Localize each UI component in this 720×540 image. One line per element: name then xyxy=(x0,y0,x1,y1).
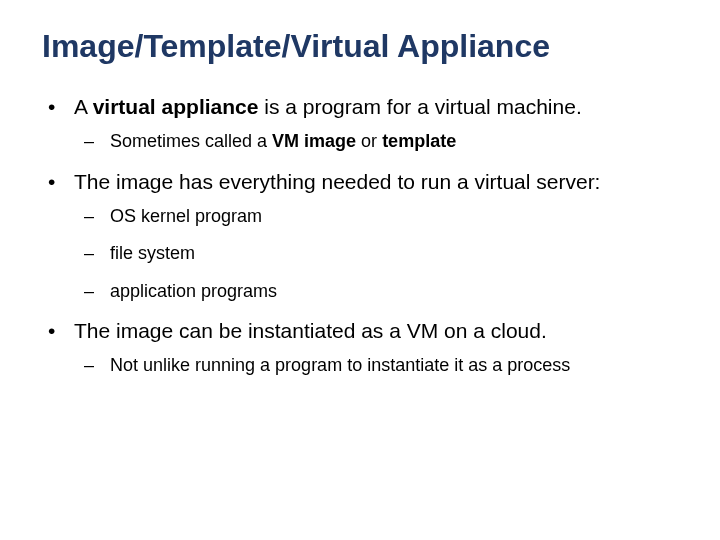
text-segment: or xyxy=(356,131,382,151)
bullet-marker-l2: – xyxy=(84,205,110,228)
bullet-marker-l1: • xyxy=(48,317,74,344)
bullet-text: Sometimes called a VM image or template xyxy=(110,130,678,153)
bullet-text: Not unlike running a program to instanti… xyxy=(110,354,678,377)
bullet-group-3: • The image can be instantiated as a VM … xyxy=(48,317,678,378)
bullet-text: OS kernel program xyxy=(110,205,678,228)
bullet-level1: • The image has everything needed to run… xyxy=(48,168,678,195)
bullet-marker-l2: – xyxy=(84,242,110,265)
slide-title: Image/Template/Virtual Appliance xyxy=(42,28,678,65)
bullet-text: The image can be instantiated as a VM on… xyxy=(74,317,678,344)
bullet-level2: – Sometimes called a VM image or templat… xyxy=(84,130,678,153)
bullet-level2: – application programs xyxy=(84,280,678,303)
bullet-marker-l2: – xyxy=(84,280,110,303)
bullet-level1: • The image can be instantiated as a VM … xyxy=(48,317,678,344)
bullet-marker-l2: – xyxy=(84,354,110,377)
text-bold: VM image xyxy=(272,131,356,151)
bullet-marker-l1: • xyxy=(48,93,74,120)
bullet-marker-l2: – xyxy=(84,130,110,153)
text-bold: virtual appliance xyxy=(93,95,259,118)
bullet-text: application programs xyxy=(110,280,678,303)
bullet-level2: – file system xyxy=(84,242,678,265)
bullet-text: file system xyxy=(110,242,678,265)
bullet-level2: – OS kernel program xyxy=(84,205,678,228)
bullet-text: The image has everything needed to run a… xyxy=(74,168,678,195)
bullet-text: A virtual appliance is a program for a v… xyxy=(74,93,678,120)
slide-content: • A virtual appliance is a program for a… xyxy=(48,93,678,378)
bullet-group-1: • A virtual appliance is a program for a… xyxy=(48,93,678,154)
bullet-group-2: • The image has everything needed to run… xyxy=(48,168,678,303)
bullet-level1: • A virtual appliance is a program for a… xyxy=(48,93,678,120)
bullet-marker-l1: • xyxy=(48,168,74,195)
text-segment: is a program for a virtual machine. xyxy=(258,95,581,118)
text-segment: Sometimes called a xyxy=(110,131,272,151)
bullet-level2: – Not unlike running a program to instan… xyxy=(84,354,678,377)
text-bold: template xyxy=(382,131,456,151)
text-segment: A xyxy=(74,95,93,118)
